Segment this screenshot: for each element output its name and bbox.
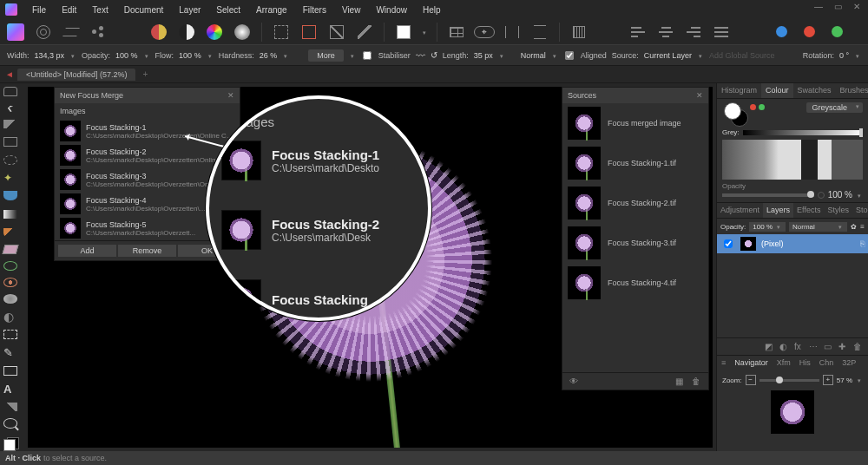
tab-history[interactable]: His — [795, 356, 815, 371]
layer-blend-select[interactable]: Normal — [789, 222, 847, 232]
dialog-remove-button[interactable]: Remove — [118, 245, 176, 257]
persona-photo-icon[interactable] — [5, 22, 26, 43]
more-dropdown[interactable] — [349, 51, 356, 60]
tab-adjustment[interactable]: Adjustment — [717, 203, 763, 218]
tab-histogram[interactable]: Histogram — [717, 83, 761, 98]
align-center-icon[interactable] — [655, 22, 676, 43]
tab-brushes[interactable]: Brushes — [836, 83, 868, 98]
guides1-icon[interactable] — [502, 22, 523, 43]
layer-opts-icon[interactable]: ⋯ — [809, 342, 819, 351]
colour-gradient[interactable] — [722, 140, 863, 180]
stabiliser-rope-icon[interactable]: ↺ — [431, 50, 437, 60]
menu-layer[interactable]: Layer — [171, 2, 208, 18]
shape-tool[interactable] — [3, 366, 17, 376]
adjust-soft-icon[interactable] — [232, 22, 253, 43]
healing-tool[interactable] — [3, 278, 17, 287]
quickmask-dropdown[interactable] — [421, 27, 428, 36]
grey-slider[interactable] — [743, 130, 863, 135]
mask-icon[interactable]: ◩ — [765, 342, 774, 351]
nav-burger-icon[interactable]: ≡ — [717, 356, 730, 371]
menu-select[interactable]: Select — [208, 2, 248, 18]
menu-text[interactable]: Text — [84, 2, 115, 18]
stabiliser-curve-icon[interactable]: 〰 — [416, 50, 425, 61]
adjust-bw-icon[interactable] — [176, 22, 197, 43]
recent-colour-icon[interactable] — [750, 104, 756, 110]
opacity-dropdown[interactable] — [143, 51, 150, 60]
blur-tool[interactable] — [3, 294, 17, 303]
selection-marquee-icon[interactable] — [271, 22, 292, 43]
group-icon[interactable]: ▭ — [824, 342, 833, 351]
status-blue-icon[interactable] — [771, 22, 792, 43]
hardness-value[interactable]: 26 % — [260, 51, 278, 60]
tab-navigator[interactable]: Navigator — [730, 356, 773, 371]
selection-red-icon[interactable] — [299, 22, 319, 43]
selection-tool[interactable] — [3, 330, 17, 339]
dialog-row[interactable]: Focus Stacking-1C:\Users\markd\Desktop\O… — [55, 119, 240, 143]
window-max-icon[interactable]: ▭ — [832, 2, 844, 11]
noise-toggle-icon[interactable] — [818, 192, 825, 199]
aligned-check[interactable] — [565, 51, 574, 60]
status-red-icon[interactable] — [799, 22, 819, 43]
opacity-value[interactable]: 100 % — [115, 51, 138, 60]
dodge-burn-tool[interactable] — [3, 311, 17, 323]
flow-value[interactable]: 100 % — [179, 51, 201, 60]
adjust-icon[interactable]: ◐ — [779, 342, 789, 351]
fg-bg-swatch[interactable] — [3, 439, 17, 448]
zoom-out-button[interactable]: − — [746, 375, 756, 385]
recent-colour-icon[interactable] — [759, 104, 765, 110]
source-value[interactable]: Current Layer — [644, 51, 692, 60]
menu-arrange[interactable]: Arrange — [248, 2, 295, 18]
tab-transform[interactable]: Xfm — [773, 356, 795, 371]
dialog-close-icon[interactable]: ✕ — [227, 91, 234, 100]
flood-tool[interactable] — [3, 191, 17, 200]
menu-help[interactable]: Help — [415, 2, 449, 18]
source-row[interactable]: Focus Stacking-2.tif — [562, 183, 708, 223]
clone-tool[interactable] — [3, 261, 17, 271]
window-min-icon[interactable]: — — [812, 2, 825, 11]
guides2-icon[interactable] — [529, 22, 550, 43]
gradient-tool[interactable] — [3, 210, 17, 219]
menu-file[interactable]: File — [24, 2, 54, 18]
tab-effects[interactable]: Effects — [793, 203, 824, 218]
width-value[interactable]: 134,3 px — [35, 51, 65, 60]
layer-menu-icon[interactable]: ≡ — [860, 223, 865, 231]
visibility-icon[interactable]: 👁 — [569, 377, 578, 386]
mirror-icon[interactable] — [61, 22, 82, 43]
align-more-icon[interactable] — [711, 22, 732, 43]
zoom-in-button[interactable]: + — [823, 375, 833, 385]
colour-opacity-dropdown[interactable] — [856, 190, 863, 200]
add-pixel-icon[interactable]: ✚ — [838, 342, 848, 351]
text-tool[interactable] — [3, 383, 17, 396]
dialog-row[interactable]: Focus Stacking-2C:\Users\markd\Desktop\O… — [55, 143, 240, 167]
window-close-icon[interactable]: ✕ — [851, 2, 863, 11]
colour-picker-tool[interactable] — [3, 120, 17, 128]
tab-layers[interactable]: Layers — [763, 203, 793, 218]
source-dropdown[interactable] — [697, 51, 704, 60]
tab-add-icon[interactable]: + — [135, 69, 155, 79]
dialog-add-button[interactable]: Add — [58, 245, 116, 257]
trash-icon[interactable]: 🗑 — [853, 342, 863, 351]
blend-value[interactable]: Normal — [521, 51, 546, 60]
layer-cog-icon[interactable]: ✿ — [851, 223, 857, 231]
width-dropdown[interactable] — [69, 51, 76, 60]
tab-32p[interactable]: 32P — [838, 356, 860, 371]
share-icon[interactable] — [89, 22, 109, 43]
crop-tool[interactable] — [3, 137, 17, 147]
colour-swatch[interactable] — [724, 102, 745, 123]
selection-brush-icon[interactable] — [354, 22, 375, 43]
menu-document[interactable]: Document — [116, 2, 172, 18]
tab-prev-icon[interactable]: ◄ — [2, 69, 17, 79]
marquee-tool[interactable] — [3, 155, 17, 165]
layer-visible-check[interactable] — [724, 239, 733, 248]
source-row[interactable]: Focus Stacking-1.tif — [562, 143, 708, 183]
sources-close-icon[interactable]: ✕ — [696, 91, 703, 100]
delete-layer-icon[interactable]: 🗑 — [692, 377, 701, 386]
zoom-tool[interactable] — [3, 418, 17, 428]
menu-edit[interactable]: Edit — [54, 2, 84, 18]
tab-channels[interactable]: Chn — [815, 356, 838, 371]
more-button[interactable]: More — [308, 49, 344, 62]
align-left-icon[interactable] — [628, 22, 648, 43]
quickmask-icon[interactable] — [393, 22, 414, 43]
colour-opacity-value[interactable]: 100 % — [828, 190, 852, 200]
move-tool[interactable] — [3, 103, 17, 112]
